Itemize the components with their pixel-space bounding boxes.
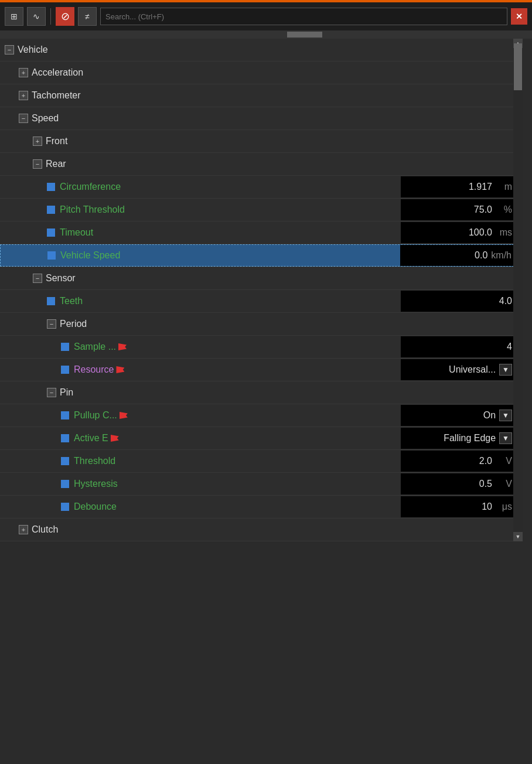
vehicle-node[interactable]: − Vehicle — [0, 39, 523, 61]
teeth-value-cell: 4.0 — [401, 291, 518, 312]
active-e-value: Falling Edge — [444, 433, 496, 444]
toolbar-divider — [50, 8, 51, 25]
scrollbar-down-button[interactable]: ▼ — [513, 532, 523, 541]
rear-node[interactable]: − Rear — [0, 153, 523, 175]
tachometer-node[interactable]: + Tachometer — [0, 84, 523, 107]
speed-collapse-icon[interactable]: − — [19, 114, 28, 123]
rear-label: Rear — [46, 159, 66, 169]
vehicle-speed-icon — [47, 251, 56, 260]
tachometer-label: Tachometer — [32, 90, 81, 101]
rear-collapse-icon[interactable]: − — [33, 159, 42, 169]
toolbar: ⊞ ∿ ⊘ ≠ ✕ — [0, 0, 532, 30]
wave-icon: ∿ — [33, 12, 40, 21]
no-button[interactable]: ⊘ — [56, 7, 74, 26]
hysteresis-unit: V — [496, 479, 512, 489]
hysteresis-node[interactable]: Hysteresis 0.5 V — [0, 473, 523, 495]
debounce-label: Debounce — [74, 502, 117, 512]
resource-label: Resource — [74, 364, 114, 375]
debounce-unit: μs — [496, 502, 512, 512]
resource-flag-icon — [116, 366, 124, 373]
teeth-label: Teeth — [60, 296, 83, 306]
pin-collapse-icon[interactable]: − — [47, 388, 56, 397]
close-button[interactable]: ✕ — [511, 8, 527, 25]
sensor-collapse-icon[interactable]: − — [33, 274, 42, 283]
vehicle-speed-unit: km/h — [491, 250, 511, 261]
clutch-node[interactable]: + Clutch — [0, 519, 523, 541]
teeth-node[interactable]: Teeth 4.0 — [0, 290, 523, 312]
not-equal-icon: ≠ — [85, 12, 90, 21]
scroll-indicator — [0, 30, 532, 39]
speed-node[interactable]: − Speed — [0, 107, 523, 129]
hysteresis-icon — [61, 480, 69, 488]
period-label: Period — [60, 319, 87, 329]
no-icon: ⊘ — [61, 10, 70, 23]
resource-dropdown-button[interactable]: ▼ — [499, 364, 512, 376]
threshold-unit: V — [496, 456, 512, 466]
pullup-node[interactable]: Pullup C... On ▼ — [0, 404, 523, 427]
pitch-threshold-node[interactable]: Pitch Threshold 75.0 % — [0, 199, 523, 221]
pullup-value-cell[interactable]: On ▼ — [401, 405, 518, 426]
hysteresis-label: Hysteresis — [74, 479, 118, 489]
resource-value-cell[interactable]: Universal... ▼ — [401, 359, 518, 380]
hysteresis-value: 0.5 — [479, 479, 492, 489]
sensor-label: Sensor — [46, 273, 76, 284]
search-input[interactable] — [100, 8, 507, 25]
period-node[interactable]: − Period — [0, 313, 523, 335]
sensor-node[interactable]: − Sensor — [0, 267, 523, 289]
vehicle-speed-value: 0.0 — [475, 250, 487, 261]
debounce-node[interactable]: Debounce 10 μs — [0, 496, 523, 518]
vehicle-label: Vehicle — [18, 45, 48, 55]
teeth-value: 4.0 — [499, 296, 512, 306]
wave-button[interactable]: ∿ — [27, 7, 46, 26]
timeout-value: 100.0 — [469, 227, 492, 238]
close-icon: ✕ — [516, 12, 523, 21]
hysteresis-value-cell: 0.5 V — [401, 473, 518, 494]
sample-node[interactable]: Sample ... 4 — [0, 336, 523, 358]
clutch-expand-icon[interactable]: + — [19, 525, 28, 534]
tree-view-button[interactable]: ⊞ — [5, 7, 23, 26]
sample-value-cell: 4 — [401, 336, 518, 357]
tree-panel: − Vehicle + Acceleration + Tachometer − … — [0, 39, 523, 541]
timeout-label: Timeout — [60, 227, 93, 238]
scrollbar-thumb[interactable] — [514, 43, 522, 90]
circumference-value: 1.917 — [469, 182, 492, 192]
acceleration-expand-icon[interactable]: + — [19, 68, 28, 77]
period-collapse-icon[interactable]: − — [47, 319, 56, 329]
scrollbar[interactable]: ▲ ▼ — [513, 39, 523, 541]
front-node[interactable]: + Front — [0, 130, 523, 152]
threshold-node[interactable]: Threshold 2.0 V — [0, 450, 523, 472]
sample-icon — [61, 343, 69, 351]
timeout-value-cell: 100.0 ms — [401, 222, 518, 243]
pin-label: Pin — [60, 387, 73, 398]
tachometer-expand-icon[interactable]: + — [19, 91, 28, 100]
pitch-threshold-unit: % — [496, 204, 512, 215]
vehicle-collapse-icon[interactable]: − — [5, 45, 14, 54]
active-e-flag-icon — [111, 435, 119, 442]
pullup-icon — [61, 411, 69, 419]
acceleration-node[interactable]: + Acceleration — [0, 62, 523, 84]
active-e-node[interactable]: Active E Falling Edge ▼ — [0, 427, 523, 449]
circumference-unit: m — [496, 182, 512, 192]
resource-node[interactable]: Resource Universal... ▼ — [0, 359, 523, 381]
vehicle-speed-node[interactable]: Vehicle Speed 0.0 km/h — [0, 244, 523, 267]
circumference-label: Circumference — [60, 182, 121, 192]
pullup-dropdown-button[interactable]: ▼ — [499, 410, 512, 421]
sample-value: 4 — [507, 342, 512, 352]
not-equal-button[interactable]: ≠ — [78, 7, 97, 26]
timeout-unit: ms — [496, 227, 512, 238]
pullup-value: On — [483, 410, 496, 421]
front-expand-icon[interactable]: + — [33, 137, 42, 146]
pin-node[interactable]: − Pin — [0, 381, 523, 404]
acceleration-label: Acceleration — [32, 67, 83, 78]
clutch-label: Clutch — [32, 524, 58, 535]
sample-label: Sample ... — [74, 342, 116, 352]
circumference-node[interactable]: Circumference 1.917 m — [0, 176, 523, 198]
active-e-value-cell[interactable]: Falling Edge ▼ — [401, 428, 518, 449]
circumference-value-cell: 1.917 m — [401, 176, 518, 197]
scroll-thumb[interactable] — [287, 32, 322, 37]
active-e-dropdown-button[interactable]: ▼ — [499, 432, 512, 444]
timeout-node[interactable]: Timeout 100.0 ms — [0, 221, 523, 244]
debounce-icon — [61, 503, 69, 511]
debounce-value: 10 — [482, 502, 492, 512]
pitch-threshold-label: Pitch Threshold — [60, 204, 125, 215]
